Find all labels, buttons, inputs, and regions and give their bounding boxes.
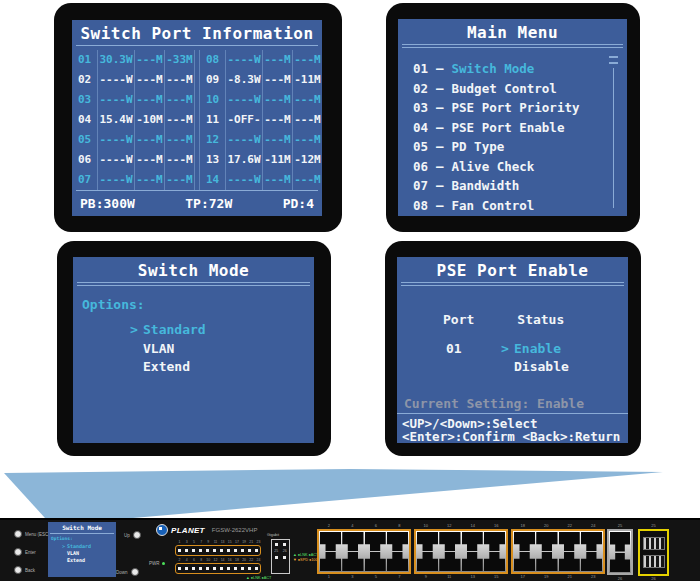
rj45-port (417, 532, 438, 551)
rj45-port (387, 532, 408, 551)
menu-item: 01–Switch Mode (413, 59, 627, 79)
menu-item-label: Alive Check (452, 157, 535, 177)
option-label: VLAN (143, 340, 174, 359)
rj45-port (365, 532, 386, 551)
port-cell: 08 (200, 50, 225, 70)
rj45-port (610, 532, 630, 552)
jack-grid (317, 529, 411, 574)
port-cell: ----W (97, 170, 134, 190)
menu-item: 02–Budget Control (413, 79, 627, 99)
option-row: >Standard (73, 321, 314, 340)
menu-item-number: 08 (413, 196, 430, 216)
port-cell: ---M (292, 110, 322, 130)
menu-item-number: 07 (413, 176, 430, 196)
port-cell: ---M (164, 130, 194, 150)
port-cell: ---M (262, 130, 292, 150)
menu-item: 06–Alive Check (413, 157, 627, 177)
menu-item: 03–PSE Port Priority (413, 98, 627, 118)
menu-item-number: 06 (413, 157, 430, 177)
port-cell: 14 (200, 170, 225, 190)
port-group: 1820222417192123 (511, 523, 605, 580)
port-number: 10 (414, 523, 438, 529)
screen-main-menu: Main Menu 01–Switch Mode02–Budget Contro… (398, 19, 627, 216)
menu-item: 07–Bandwidth (413, 176, 627, 196)
port-cell: 04 (72, 110, 97, 130)
rj45-port (365, 552, 386, 571)
menu-item-label: Switch Mode (452, 59, 535, 79)
rj45-port (484, 532, 505, 551)
port-number: 3 (341, 574, 365, 580)
title-divider (77, 282, 310, 283)
stage: Switch Port Information 0130.3W---M-33M0… (0, 0, 700, 581)
port-cell: -33M (164, 50, 194, 70)
rj45-port (462, 532, 483, 551)
port-numbers-bottom: 17192123 (511, 574, 605, 580)
port-cell: 01 (72, 50, 97, 70)
rj45-port (536, 532, 557, 551)
port-cell: ---M (134, 150, 164, 170)
total-power: TP:72W (185, 191, 232, 216)
option-label: Standard (143, 321, 206, 340)
sfp-slot (643, 555, 665, 568)
rj45-port (462, 552, 483, 571)
scrollbar-track[interactable] (613, 68, 614, 208)
option-label: Extend (143, 358, 190, 377)
menu-item-number: 05 (413, 137, 430, 157)
options-label: Options: (82, 297, 314, 312)
port-cell: 09 (200, 70, 225, 90)
port-groups: 246813571012141691113151820222417192123 (0, 520, 700, 581)
port-cell: ---M (262, 90, 292, 110)
title-divider (401, 282, 624, 283)
port-group: 24681357 (317, 523, 411, 580)
page-title: Switch Mode (73, 257, 314, 282)
pse-options: >EnableDisable (501, 340, 569, 375)
port-numbers-bottom: 1357 (317, 574, 411, 580)
port-cell: ----W (97, 70, 134, 90)
port-header: Port (443, 312, 474, 327)
sfp-port-number-bottom: 26 (638, 576, 669, 581)
port-number: 15 (485, 574, 509, 580)
menu-item-number: 04 (413, 118, 430, 138)
menu-item: 08–Fan Control (413, 196, 627, 216)
port-cell: ---M (292, 90, 322, 110)
menu-item-label: PSE Port Priority (452, 98, 580, 118)
port-number: 6 (364, 523, 388, 529)
port-cell: ----W (225, 130, 262, 150)
port-cell: -11M (262, 150, 292, 170)
port-number: 21 (558, 574, 582, 580)
port-number: 24 (582, 523, 606, 529)
menu-item-dash: – (436, 157, 444, 177)
rj45-port (342, 532, 363, 551)
port-cell: ----W (97, 90, 134, 110)
menu-item-label: Bandwidth (452, 176, 520, 196)
port-cell: 13 (200, 150, 225, 170)
port-cell: ---M (134, 90, 164, 110)
menu-item-number: 02 (413, 79, 430, 99)
port-group: 101214169111315 (414, 523, 508, 580)
rj45-port (559, 552, 580, 571)
port-info-table: 0130.3W---M-33M08----W---M---M02----W---… (72, 50, 322, 190)
option-row: Disable (501, 358, 569, 376)
port-cell: ----W (225, 50, 262, 70)
port-number: 5 (364, 574, 388, 580)
port-cell: 10 (200, 90, 225, 110)
mode-options: >StandardVLANExtend (73, 321, 314, 377)
port-number: 14 (461, 523, 485, 529)
option-label: Disable (514, 358, 569, 376)
rj45-port (342, 552, 363, 571)
sfp-slot-box (638, 529, 669, 576)
selection-cursor (130, 358, 143, 377)
port-cell: ---M (164, 70, 194, 90)
option-row: VLAN (73, 340, 314, 359)
option-label: Enable (514, 340, 561, 358)
rj45-port (536, 552, 557, 571)
port-cell: ---M (134, 50, 164, 70)
help-divider (397, 413, 628, 414)
sfp-port-number-top: 25 (638, 523, 669, 528)
option-row: >Enable (501, 340, 569, 358)
menu-item-dash: – (436, 196, 444, 216)
port-number: 01 (446, 341, 462, 356)
title-divider (402, 44, 623, 45)
scrollbar-thumb[interactable] (609, 56, 618, 64)
port-cell: ---M (164, 150, 194, 170)
